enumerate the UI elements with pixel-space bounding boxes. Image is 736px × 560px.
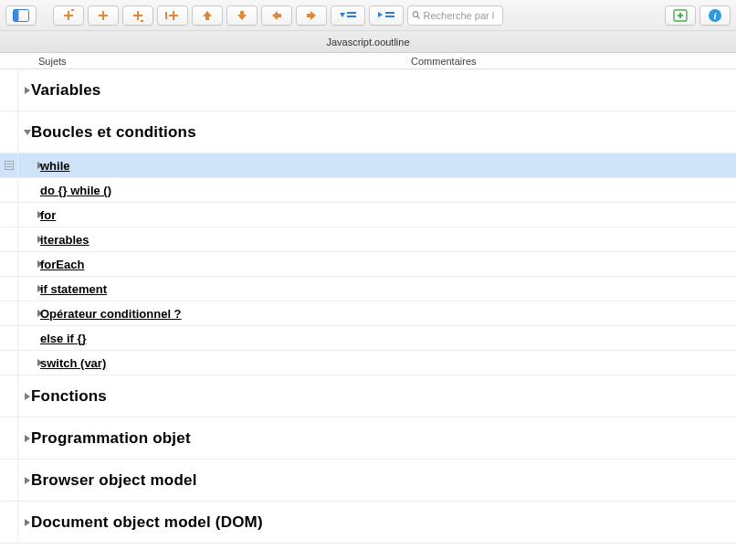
- item-label: for: [40, 208, 56, 222]
- item-label: else if {}: [40, 332, 87, 345]
- note-expand-button[interactable]: [331, 5, 365, 26]
- disclosure-triangle-icon[interactable]: [18, 310, 40, 317]
- row-gutter: [0, 301, 18, 325]
- row-gutter: [0, 252, 18, 276]
- toggle-sidebar-button[interactable]: [5, 5, 37, 26]
- add-row-below-button[interactable]: [122, 5, 153, 26]
- row-gutter: [0, 351, 18, 375]
- move-left-button[interactable]: [261, 5, 292, 26]
- outline-item[interactable]: while: [0, 153, 736, 178]
- section-row[interactable]: Boucles et conditions: [0, 111, 736, 153]
- section-label: Fonctions: [31, 387, 107, 406]
- section-row[interactable]: Browser object model: [0, 460, 736, 502]
- section-row[interactable]: Variables: [0, 69, 736, 111]
- item-label: iterables: [40, 233, 89, 247]
- add-child-button[interactable]: [157, 5, 188, 26]
- row-gutter: [0, 111, 18, 153]
- row-gutter: [0, 178, 18, 202]
- row-gutter: [0, 326, 18, 350]
- section-label: Browser object model: [31, 471, 197, 490]
- section-row[interactable]: Document object model (DOM): [0, 502, 736, 544]
- bullet-icon[interactable]: [18, 188, 40, 192]
- outline-item[interactable]: if statement: [0, 277, 736, 301]
- outline-item[interactable]: switch (var): [0, 351, 736, 375]
- row-gutter: [0, 375, 18, 417]
- disclosure-triangle-icon[interactable]: [18, 211, 40, 218]
- section-label: Variables: [31, 81, 100, 100]
- info-button[interactable]: i: [699, 5, 731, 26]
- document-title-bar: Javascript.ooutline: [0, 31, 736, 53]
- outline-item[interactable]: iterables: [0, 227, 736, 252]
- search-field[interactable]: [407, 5, 503, 26]
- section-row[interactable]: Fonctions: [0, 375, 736, 417]
- svg-line-20: [417, 16, 420, 19]
- item-label: switch (var): [40, 356, 106, 370]
- outline-item[interactable]: do {} while (): [0, 178, 736, 203]
- disclosure-triangle-icon[interactable]: [18, 477, 31, 484]
- add-column-button[interactable]: [665, 5, 696, 26]
- disclosure-triangle-icon[interactable]: [18, 130, 31, 135]
- item-label: Opérateur conditionnel ?: [40, 307, 182, 321]
- move-down-button[interactable]: [226, 5, 258, 26]
- toolbar: i: [0, 0, 736, 31]
- row-handle-icon[interactable]: [5, 161, 14, 170]
- section-label: Boucles et conditions: [31, 123, 196, 142]
- svg-marker-13: [340, 13, 345, 17]
- column-headers: Sujets Commentaires: [0, 53, 736, 69]
- disclosure-triangle-icon[interactable]: [18, 519, 31, 526]
- search-input[interactable]: [424, 10, 499, 21]
- outline-item[interactable]: forEach: [0, 252, 736, 277]
- row-gutter: [0, 502, 18, 543]
- item-label: while: [40, 159, 70, 173]
- column-header-comments[interactable]: Commentaires: [407, 56, 736, 67]
- outline-item[interactable]: Opérateur conditionnel ?: [0, 301, 736, 326]
- add-row-top-button[interactable]: [53, 5, 84, 26]
- row-gutter[interactable]: [0, 153, 18, 177]
- add-row-button[interactable]: [88, 5, 119, 26]
- svg-marker-16: [378, 12, 383, 17]
- move-right-button[interactable]: [296, 5, 327, 26]
- search-icon: [412, 10, 421, 20]
- disclosure-triangle-icon[interactable]: [18, 87, 31, 94]
- disclosure-triangle-icon[interactable]: [18, 162, 40, 169]
- row-gutter: [0, 227, 18, 251]
- disclosure-triangle-icon[interactable]: [18, 435, 31, 442]
- document-title: Javascript.ooutline: [326, 37, 409, 48]
- outline-item[interactable]: for: [0, 203, 736, 227]
- row-gutter: [0, 460, 18, 501]
- row-gutter: [0, 203, 18, 227]
- column-header-subjects[interactable]: Sujets: [0, 56, 407, 67]
- bullet-icon[interactable]: [18, 336, 40, 340]
- row-gutter: [0, 69, 18, 111]
- row-gutter: [0, 417, 18, 459]
- item-label: forEach: [40, 258, 84, 271]
- move-up-button[interactable]: [192, 5, 223, 26]
- disclosure-triangle-icon[interactable]: [18, 236, 40, 243]
- outline-item[interactable]: else if {}: [0, 326, 736, 351]
- disclosure-triangle-icon[interactable]: [18, 285, 40, 292]
- svg-rect-1: [14, 9, 19, 21]
- disclosure-triangle-icon[interactable]: [18, 260, 40, 268]
- item-label: if statement: [40, 282, 107, 296]
- outline: Variables Boucles et conditions while do…: [0, 69, 736, 544]
- section-label: Document object model (DOM): [31, 513, 263, 532]
- svg-point-19: [413, 12, 418, 17]
- section-label: Programmation objet: [31, 429, 191, 448]
- item-label: do {} while (): [40, 184, 111, 197]
- section-row[interactable]: Programmation objet: [0, 417, 736, 460]
- note-collapse-button[interactable]: [369, 5, 404, 26]
- disclosure-triangle-icon[interactable]: [18, 393, 31, 400]
- row-gutter: [0, 277, 18, 301]
- disclosure-triangle-icon[interactable]: [18, 359, 40, 366]
